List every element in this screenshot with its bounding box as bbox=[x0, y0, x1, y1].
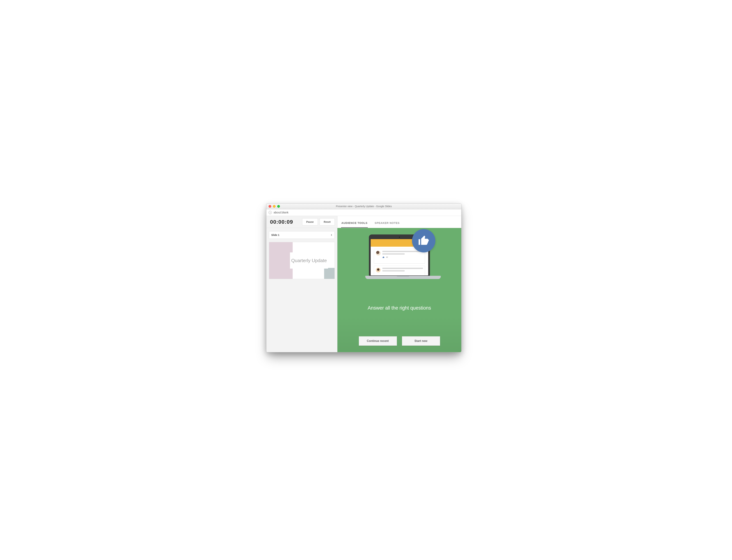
start-new-button[interactable]: Start new bbox=[402, 336, 440, 346]
stepper-icon: ▲▼ bbox=[330, 234, 332, 236]
content-split: 00:00:09 Pause Reset Slide 1 ▲▼ Quarterl… bbox=[266, 216, 461, 352]
reset-button[interactable]: Reset bbox=[319, 218, 335, 225]
continue-recent-button[interactable]: Continue recent bbox=[359, 336, 397, 346]
thumbs-up-badge-icon bbox=[412, 229, 436, 252]
browser-window: Presenter view - Quarterly Update - Goog… bbox=[266, 203, 462, 352]
traffic-lights bbox=[268, 205, 280, 208]
camera-icon bbox=[399, 236, 400, 238]
tab-bar: AUDIENCE TOOLS SPEAKER NOTES bbox=[337, 216, 461, 228]
close-window-icon[interactable] bbox=[268, 205, 271, 208]
slide-thumbnail[interactable]: Quarterly Update bbox=[269, 242, 335, 279]
thumbs-down-icon bbox=[386, 256, 388, 258]
address-bar[interactable]: i about:blank bbox=[266, 209, 461, 216]
right-panel: AUDIENCE TOOLS SPEAKER NOTES bbox=[337, 216, 461, 352]
tab-audience-tools[interactable]: AUDIENCE TOOLS bbox=[341, 221, 368, 228]
thumbnail-shape bbox=[269, 242, 293, 279]
qa-illustration bbox=[362, 234, 437, 279]
maximize-window-icon[interactable] bbox=[277, 205, 280, 208]
panel-actions: Continue recent Start new bbox=[337, 336, 461, 346]
timer-display: 00:00:09 bbox=[269, 219, 300, 225]
slide-selector[interactable]: Slide 1 ▲▼ bbox=[269, 231, 335, 239]
pause-button[interactable]: Pause bbox=[302, 218, 318, 225]
window-title: Presenter view - Quarterly Update - Goog… bbox=[266, 205, 461, 208]
thumbs-up-icon bbox=[383, 256, 385, 258]
minimize-window-icon[interactable] bbox=[273, 205, 275, 208]
tab-speaker-notes[interactable]: SPEAKER NOTES bbox=[374, 221, 400, 228]
audience-tools-panel: Answer all the right questions Continue … bbox=[337, 228, 461, 352]
left-panel: 00:00:09 Pause Reset Slide 1 ▲▼ Quarterl… bbox=[266, 216, 337, 352]
avatar-icon bbox=[376, 268, 381, 272]
panel-headline: Answer all the right questions bbox=[337, 305, 461, 311]
timer-bar: 00:00:09 Pause Reset bbox=[266, 216, 337, 228]
info-icon[interactable]: i bbox=[268, 211, 272, 214]
avatar-icon bbox=[376, 251, 381, 255]
slide-selector-label: Slide 1 bbox=[271, 234, 279, 236]
thumbnail-shape bbox=[324, 268, 334, 279]
titlebar[interactable]: Presenter view - Quarterly Update - Goog… bbox=[266, 204, 461, 209]
address-text: about:blank bbox=[273, 211, 288, 214]
thumbnail-title: Quarterly Update bbox=[290, 252, 328, 269]
